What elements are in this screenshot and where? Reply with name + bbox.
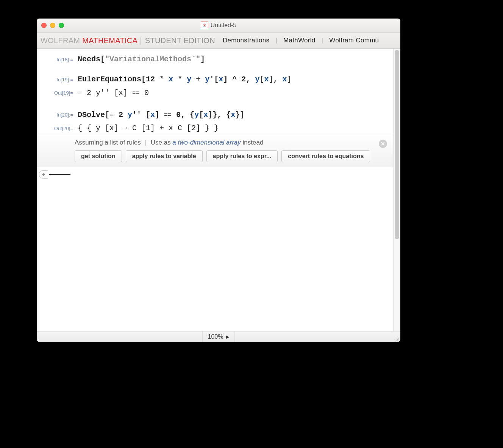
zoom-value: 100% [208, 333, 223, 340]
scrollbar-thumb[interactable] [395, 50, 399, 239]
input-cell-20[interactable]: In[20]:= DSolve[– 2 y′′ [x] ⩵ 0, {y[x]},… [37, 108, 393, 121]
apply-rules-to-variable-button[interactable]: apply rules to variable [126, 150, 203, 162]
link-demonstrations[interactable]: Demonstrations [223, 37, 269, 44]
zoom-control[interactable]: 100% ▶ [202, 331, 235, 342]
suggestions-buttons: get solution apply rules to variable app… [75, 150, 386, 162]
cell-label: Out[20]= [37, 124, 78, 132]
new-cell-indicator[interactable]: + [37, 167, 393, 182]
window-titlebar: ✳ Untitled-5 [37, 19, 400, 33]
brand-mathematica: MATHEMATICA [82, 36, 137, 45]
cell-code[interactable]: Needs["VariationalMethods`"] [78, 55, 383, 64]
output-cell-20[interactable]: Out[20]= { { y [x] → C [1] + x C [2] } } [37, 121, 393, 135]
vertical-scrollbar[interactable] [393, 49, 400, 331]
function-name: Needs [78, 55, 100, 64]
cell-label: In[20]:= [37, 110, 78, 119]
brand-divider: | [140, 36, 142, 45]
convert-rules-to-equations-button[interactable]: convert rules to equations [281, 150, 370, 162]
resize-grip-icon[interactable] [393, 335, 399, 341]
output-cell-19[interactable]: Out[19]= – 2 y′′ [x] ⩵ 0 [37, 86, 393, 100]
brand-toolbar: WOLFRAM MATHEMATICA | STUDENT EDITION De… [37, 33, 400, 49]
notebook-file-icon: ✳ [201, 22, 208, 29]
cell-label: In[18]:= [37, 55, 78, 64]
suggestions-link[interactable]: a two-dimensional array [172, 139, 241, 146]
window-title-group: ✳ Untitled-5 [37, 22, 400, 29]
zoom-dropdown-icon[interactable]: ▶ [226, 334, 229, 339]
brand-wolfram: WOLFRAM [41, 36, 80, 45]
window-title: Untitled-5 [211, 22, 236, 29]
input-cell-18[interactable]: In[18]:= Needs["VariationalMethods`"] [37, 53, 393, 66]
get-solution-button[interactable]: get solution [75, 150, 122, 162]
link-mathworld[interactable]: MathWorld [283, 37, 316, 44]
add-cell-icon[interactable]: + [39, 170, 48, 179]
cell-output: – 2 y′′ [x] ⩵ 0 [78, 88, 383, 97]
close-suggestions-button[interactable]: ✕ [379, 140, 387, 148]
link-wolfram-community[interactable]: Wolfram Commu [329, 37, 379, 44]
notebook-window: ✳ Untitled-5 WOLFRAM MATHEMATICA | STUDE… [37, 19, 400, 342]
suggestions-text: Assuming a list of rules | Use as a two-… [75, 139, 386, 146]
notebook-body[interactable]: In[18]:= Needs["VariationalMethods`"] In… [37, 49, 393, 331]
input-cell-19[interactable]: In[19]:= EulerEquations[12 * x * y + y'[… [37, 73, 393, 86]
string-literal: "VariationalMethods`" [105, 55, 200, 64]
status-bar: 100% ▶ [37, 331, 400, 342]
cell-label: Out[19]= [37, 88, 78, 97]
function-name: EulerEquations [78, 75, 141, 84]
apply-rules-to-expression-button[interactable]: apply rules to expr... [206, 150, 278, 162]
cell-label: In[19]:= [37, 75, 78, 84]
content-area: In[18]:= Needs["VariationalMethods`"] In… [37, 49, 400, 331]
toolbar-separator: | [322, 37, 323, 44]
function-name: DSolve [78, 110, 105, 119]
cell-code[interactable]: EulerEquations[12 * x * y + y'[x] ^ 2, y… [78, 75, 383, 84]
cell-output: { { y [x] → C [1] + x C [2] } } [78, 124, 383, 132]
toolbar-separator: | [275, 37, 277, 44]
cursor-line [49, 174, 70, 175]
suggestions-divider: | [145, 139, 147, 146]
toolbar-links: Demonstrations | MathWorld | Wolfram Com… [223, 37, 379, 44]
suggestions-bar: Assuming a list of rules | Use as a two-… [37, 135, 393, 167]
brand-student-edition: STUDENT EDITION [145, 36, 215, 45]
cell-code[interactable]: DSolve[– 2 y′′ [x] ⩵ 0, {y[x]}, {x}] [78, 110, 383, 119]
